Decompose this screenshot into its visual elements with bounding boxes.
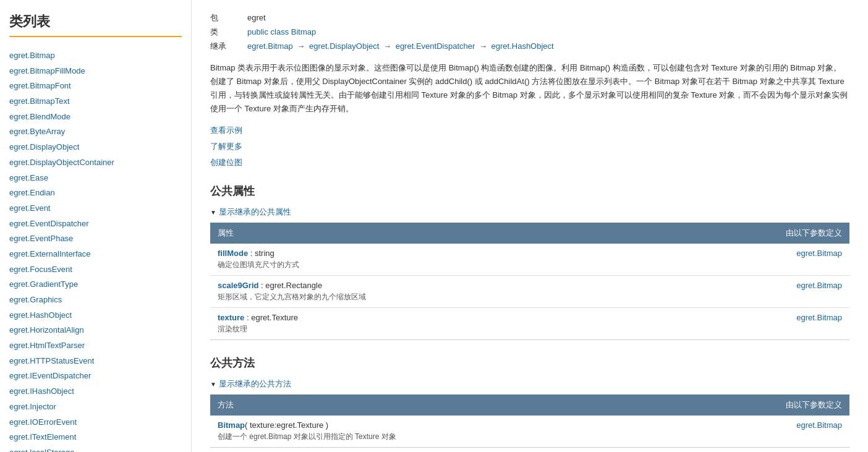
sidebar-item[interactable]: egret.DisplayObject	[9, 140, 179, 155]
arrow1: →	[297, 41, 307, 51]
sidebar: 类列表 egret.Bitmapegret.BitmapFillModeegre…	[0, 0, 192, 452]
properties-table: 属性 由以下参数定义 fillMode : string确定位图填充尺寸的方式e…	[210, 223, 849, 340]
package-label: 包	[210, 12, 247, 23]
table-row: Bitmap( texture:egret.Texture )创建一个 egre…	[210, 416, 849, 448]
sidebar-item[interactable]: egret.BitmapFillMode	[9, 64, 179, 79]
toggle-arrow-icon: ▼	[210, 209, 216, 216]
methods-header-method: 方法	[210, 394, 678, 416]
table-row: fillMode : string确定位图填充尺寸的方式egret.Bitmap	[210, 244, 849, 276]
prop-defined-by: egret.Bitmap	[655, 244, 849, 276]
extends-label: 继承	[210, 41, 247, 52]
class-header: 包 egret 类 public class Bitmap 继承 egret.B…	[210, 12, 849, 52]
show-inherited-methods-link[interactable]: 显示继承的公共方法	[219, 378, 291, 390]
sidebar-title: 类列表	[9, 12, 182, 37]
sidebar-item[interactable]: egret.Endian	[9, 185, 179, 201]
arrow2: →	[383, 41, 394, 51]
props-header-attr: 属性	[210, 223, 655, 244]
sidebar-item[interactable]: egret.FocusEvent	[9, 262, 179, 278]
package-value: egret	[247, 13, 266, 22]
sidebar-item[interactable]: egret.Bitmap	[9, 48, 179, 64]
sidebar-item[interactable]: egret.Injector	[9, 399, 179, 415]
method-desc: 创建一个 egret.Bitmap 对象以引用指定的 Texture 对象	[218, 432, 670, 442]
public-methods-title: 公共方法	[210, 356, 849, 373]
sidebar-item[interactable]: egret.HtmlTextParser	[9, 338, 179, 354]
prop-type: : egret.Texture	[244, 313, 298, 322]
sidebar-item[interactable]: egret.BlendMode	[9, 109, 179, 125]
prop-type: : egret.Rectangle	[259, 281, 323, 290]
sidebar-item[interactable]: egret.ByteArray	[9, 124, 179, 140]
prop-name[interactable]: scale9Grid	[218, 281, 259, 290]
prop-type: : string	[248, 249, 274, 258]
sidebar-item[interactable]: egret.IOErrorEvent	[9, 415, 179, 430]
main-content: 包 egret 类 public class Bitmap 继承 egret.B…	[192, 0, 868, 452]
link-more[interactable]: 了解更多	[210, 141, 849, 152]
sidebar-item[interactable]: egret.HashObject	[9, 308, 179, 323]
sidebar-item[interactable]: egret.Ease	[9, 171, 179, 186]
public-properties-title: 公共属性	[210, 184, 849, 202]
prop-desc: 矩形区域，它定义九宫格对象的九个缩放区域	[218, 292, 648, 302]
arrow3: →	[479, 41, 490, 51]
prop-defined-by: egret.Bitmap	[655, 276, 849, 308]
table-row: scale9Grid : egret.Rectangle矩形区域，它定义九宫格对…	[210, 276, 849, 308]
class-description: Bitmap 类表示用于表示位图图像的显示对象。这些图像可以是使用 Bitmap…	[210, 61, 849, 116]
link-create[interactable]: 创建位图	[210, 157, 849, 168]
sidebar-item[interactable]: egret.IEventDispatcher	[9, 369, 179, 384]
sidebar-list-container[interactable]: egret.Bitmapegret.BitmapFillModeegret.Bi…	[9, 48, 182, 452]
extends-hashobject[interactable]: egret.HashObject	[491, 41, 554, 51]
table-row: texture : egret.Texture渲染纹理egret.Bitmap	[210, 308, 849, 340]
method-params: ( texture:egret.Texture )	[245, 420, 328, 430]
sidebar-item[interactable]: egret.HorizontalAlign	[9, 323, 179, 338]
prop-desc: 确定位图填充尺寸的方式	[218, 260, 648, 270]
sidebar-list: egret.Bitmapegret.BitmapFillModeegret.Bi…	[9, 48, 182, 452]
extends-bitmap[interactable]: egret.Bitmap	[247, 41, 293, 51]
sidebar-item[interactable]: egret.Event	[9, 201, 179, 216]
prop-defined-by: egret.Bitmap	[655, 308, 849, 340]
package-row: 包 egret	[210, 12, 849, 23]
extends-row: 继承 egret.Bitmap → egret.DisplayObject → …	[210, 41, 849, 52]
prop-desc: 渲染纹理	[218, 324, 648, 335]
link-example[interactable]: 查看示例	[210, 125, 849, 136]
class-row: 类 public class Bitmap	[210, 27, 849, 38]
method-defined-by: egret.Bitmap	[678, 416, 849, 448]
sidebar-item[interactable]: egret.IHashObject	[9, 384, 179, 399]
extends-chain: egret.Bitmap → egret.DisplayObject → egr…	[247, 41, 554, 51]
sidebar-item[interactable]: egret.EventDispatcher	[9, 216, 179, 232]
sidebar-item[interactable]: egret.DisplayObjectContainer	[9, 155, 179, 171]
extends-displayobject[interactable]: egret.DisplayObject	[309, 41, 379, 51]
method-name[interactable]: Bitmap	[218, 420, 245, 430]
methods-header-defined: 由以下参数定义	[678, 394, 849, 416]
sidebar-item[interactable]: egret.BitmapFont	[9, 79, 179, 94]
sidebar-item[interactable]: egret.localStorage	[9, 445, 179, 452]
sidebar-item[interactable]: egret.ITextElement	[9, 430, 179, 445]
sidebar-item[interactable]: egret.BitmapText	[9, 94, 179, 109]
toggle-methods-arrow-icon: ▼	[210, 381, 216, 388]
props-header-defined: 由以下参数定义	[655, 223, 849, 244]
sidebar-item[interactable]: egret.ExternalInterface	[9, 247, 179, 262]
sidebar-item[interactable]: egret.HTTPStatusEvent	[9, 354, 179, 369]
prop-name[interactable]: texture	[218, 313, 244, 322]
methods-table: 方法 由以下参数定义 Bitmap( texture:egret.Texture…	[210, 394, 849, 448]
sidebar-item[interactable]: egret.GradientType	[9, 277, 179, 292]
toggle-inherited-props: ▼ 显示继承的公共属性	[210, 207, 849, 218]
class-value: public class Bitmap	[247, 27, 316, 36]
show-inherited-props-link[interactable]: 显示继承的公共属性	[219, 207, 291, 218]
sidebar-item[interactable]: egret.Graphics	[9, 292, 179, 308]
toggle-inherited-methods: ▼ 显示继承的公共方法	[210, 378, 849, 390]
sidebar-item[interactable]: egret.EventPhase	[9, 231, 179, 247]
prop-name[interactable]: fillMode	[218, 249, 248, 258]
class-label: 类	[210, 27, 247, 38]
extends-eventdispatcher[interactable]: egret.EventDispatcher	[396, 41, 475, 51]
